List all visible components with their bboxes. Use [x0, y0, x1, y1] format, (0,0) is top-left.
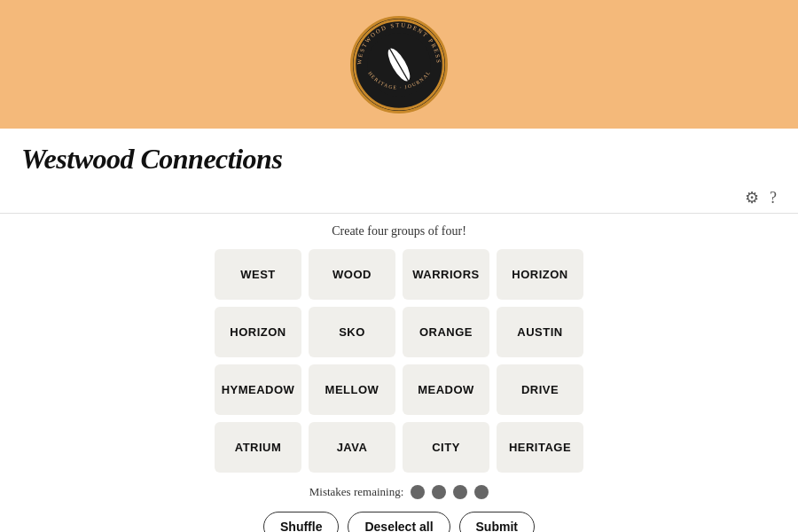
toolbar: ⚙ ? — [0, 183, 798, 214]
logo: WESTWOOD STUDENT PRESS HERITAGE · JOURNA… — [350, 16, 448, 113]
mistake-dot-4 — [474, 485, 489, 499]
word-tile[interactable]: DRIVE — [497, 364, 583, 415]
shuffle-button[interactable]: Shuffle — [263, 512, 339, 532]
deselect-all-button[interactable]: Deselect all — [348, 512, 450, 532]
mistakes-row: Mistakes remaining: — [309, 485, 489, 499]
mistakes-label: Mistakes remaining: — [309, 485, 404, 499]
submit-button[interactable]: Submit — [459, 512, 535, 532]
word-tile[interactable]: AUSTIN — [497, 307, 583, 357]
word-tile[interactable]: WOOD — [309, 249, 395, 300]
word-tile[interactable]: MEADOW — [403, 364, 489, 415]
word-tile[interactable]: JAVA — [309, 422, 395, 473]
instruction-text: Create four groups of four! — [332, 224, 466, 239]
word-tile[interactable]: HORIZON — [497, 249, 583, 300]
word-tile[interactable]: WEST — [215, 249, 301, 300]
help-icon[interactable]: ? — [770, 189, 777, 207]
word-tile[interactable]: WARRIORS — [403, 249, 489, 300]
word-tile[interactable]: CITY — [403, 422, 489, 473]
word-tile[interactable]: MELLOW — [309, 364, 395, 415]
word-tile[interactable]: HERITAGE — [497, 422, 583, 473]
mistake-dot-1 — [411, 485, 425, 499]
word-tile[interactable]: HORIZON — [215, 307, 301, 357]
main-content: Create four groups of four! WESTWOODWARR… — [0, 214, 798, 532]
settings-icon[interactable]: ⚙ — [745, 188, 759, 207]
word-tile[interactable]: HYMEADOW — [215, 364, 301, 415]
header: WESTWOOD STUDENT PRESS HERITAGE · JOURNA… — [0, 0, 798, 129]
word-tile[interactable]: SKO — [309, 307, 395, 357]
action-buttons: Shuffle Deselect all Submit — [263, 512, 535, 532]
title-area: Westwood Connections — [0, 129, 798, 183]
word-tile[interactable]: ORANGE — [403, 307, 489, 357]
word-tile[interactable]: ATRIUM — [215, 422, 301, 473]
page-title: Westwood Connections — [21, 143, 777, 176]
mistake-dot-3 — [453, 485, 467, 499]
mistake-dot-2 — [432, 485, 446, 499]
word-grid: WESTWOODWARRIORSHORIZONHORIZONSKOORANGEA… — [215, 249, 583, 473]
